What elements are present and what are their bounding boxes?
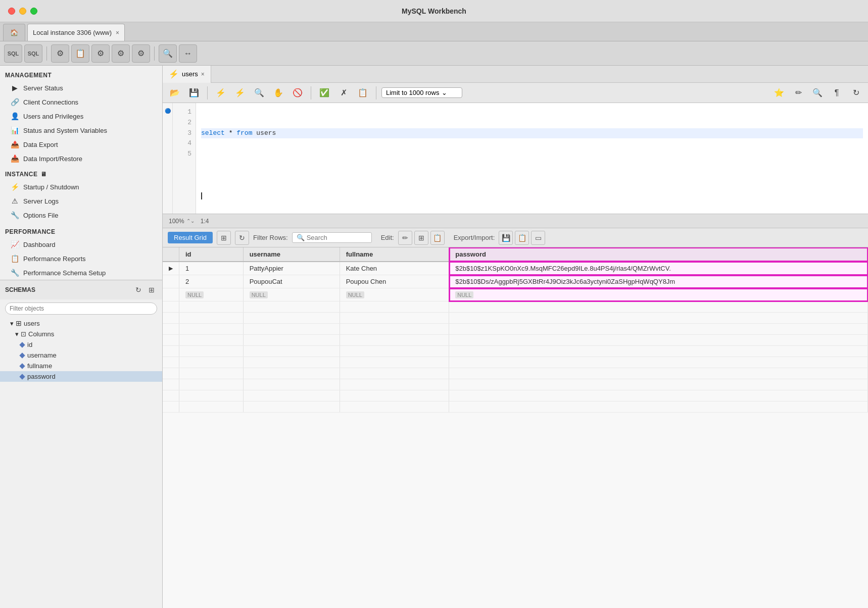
open-script-btn[interactable]: 📂 (167, 85, 183, 101)
cell-id-null[interactable]: NULL (179, 288, 244, 301)
cell-id-2[interactable]: 2 (179, 275, 244, 288)
column-diamond-icon (19, 363, 25, 369)
sidebar-item-users-privileges[interactable]: 👤 Users and Privileges (0, 109, 162, 123)
table-row[interactable]: ▶ 1 PattyAppier Kate Chen $2b$10$z1KSpKO… (163, 262, 868, 275)
sidebar-item-status-vars[interactable]: 📊 Status and System Variables (0, 123, 162, 137)
sidebar-item-server-status[interactable]: ▶ Server Status (0, 81, 162, 95)
col-header-fullname[interactable]: fullname (340, 247, 449, 262)
cell-fullname-2[interactable]: Poupou Chen (340, 275, 449, 288)
export-btn[interactable]: 💾 (499, 231, 513, 245)
cell-password-1[interactable]: $2b$10$z1KSpKO0nXc9.MsqMFC26epd9ILe.8u4P… (449, 262, 868, 275)
cell-username-null[interactable]: NULL (243, 288, 340, 301)
search-input[interactable] (307, 234, 367, 241)
cell-username-2[interactable]: PoupouCat (243, 275, 340, 288)
tree-item-id[interactable]: id (0, 339, 162, 350)
query-tab-users[interactable]: ⚡ users × (163, 66, 211, 83)
rollback-btn[interactable]: ✗ (335, 85, 352, 101)
toolbar-btn-6[interactable]: ⚙ (112, 44, 130, 63)
schemas-expand-btn[interactable]: ⊞ (146, 284, 157, 295)
filter-rows-label: Filter Rows: (253, 234, 288, 241)
tree-item-columns[interactable]: ▾ ⊡ Columns (0, 329, 162, 339)
bookmark-btn[interactable]: ⭐ (771, 85, 787, 101)
col-header-password[interactable]: password (449, 247, 868, 262)
execute-current-btn[interactable]: ⚡ (232, 85, 248, 101)
tree-item-users[interactable]: ▾ ⊞ users (0, 318, 162, 329)
result-grid-button[interactable]: Result Grid (168, 232, 213, 243)
toolbar-btn-search[interactable]: 🔍 (159, 44, 177, 63)
toolbar-sql-new[interactable]: SQL (4, 44, 22, 63)
table-row[interactable]: 2 PoupouCat Poupou Chen $2b$10$Ds/zAggpb… (163, 275, 868, 288)
edit-table-btn[interactable]: ⊞ (414, 231, 428, 245)
table-row[interactable]: NULL NULL NULL NULL (163, 288, 868, 301)
minimize-button[interactable] (19, 8, 26, 15)
column-diamond-icon (19, 374, 25, 379)
grid-view-btn[interactable]: ⊞ (217, 231, 231, 245)
edit-form-btn[interactable]: 📋 (430, 231, 445, 245)
close-button[interactable] (8, 8, 15, 15)
execute-icon: ⚡ (216, 88, 226, 97)
col-header-username[interactable]: username (243, 247, 340, 262)
toolbar-btn-5[interactable]: ⚙ (91, 44, 110, 63)
cancel-btn[interactable]: 🚫 (290, 85, 306, 101)
schemas-refresh-btn[interactable]: ↻ (133, 284, 144, 295)
stop-icon: ✋ (273, 88, 283, 97)
filter-input[interactable] (5, 302, 157, 315)
tree-item-password[interactable]: password (0, 371, 162, 382)
refresh-icon: ↻ (239, 234, 245, 242)
refresh-btn[interactable]: ↻ (848, 85, 864, 101)
toggle-panel-btn[interactable]: ▭ (531, 231, 545, 245)
toolbar-sep-2 (311, 86, 311, 99)
sidebar-item-startup[interactable]: ⚡ Startup / Shutdown (0, 180, 162, 194)
execute-btn[interactable]: ⚡ (213, 85, 229, 101)
col-header-id[interactable]: id (179, 247, 244, 262)
instance-tab[interactable]: Local instance 3306 (www) × (27, 24, 125, 41)
window-controls[interactable] (8, 8, 37, 15)
home-tab[interactable]: 🏠 (3, 24, 25, 41)
null-badge: NULL (346, 291, 364, 298)
sidebar-item-server-logs[interactable]: ⚠ Server Logs (0, 194, 162, 208)
sql-content[interactable]: select * from users (196, 103, 868, 214)
maximize-button[interactable] (30, 8, 37, 15)
cell-username-1[interactable]: PattyAppier (243, 262, 340, 275)
toolbar-sql-open[interactable]: SQL (24, 44, 42, 63)
sidebar-item-perf-reports[interactable]: 📋 Performance Reports (0, 251, 162, 266)
search-btn[interactable]: 🔍 (809, 85, 826, 101)
edit-btn[interactable]: ✏ (790, 85, 806, 101)
sidebar-item-data-import[interactable]: 📥 Data Import/Restore (0, 151, 162, 166)
cell-fullname-1[interactable]: Kate Chen (340, 262, 449, 275)
tab-close-icon[interactable]: × (116, 29, 119, 36)
save-script-btn[interactable]: 💾 (186, 85, 202, 101)
cell-id-1[interactable]: 1 (179, 262, 244, 275)
sidebar-item-data-export[interactable]: 📤 Data Export (0, 137, 162, 151)
cell-fullname-null[interactable]: NULL (340, 288, 449, 301)
filter-search-box[interactable]: 🔍 (292, 232, 372, 243)
sidebar-item-dashboard[interactable]: 📈 Dashboard (0, 237, 162, 251)
search-icon: 🔍 (297, 234, 305, 241)
columns-label: Columns (28, 330, 54, 338)
sidebar-item-perf-schema[interactable]: 🔧 Performance Schema Setup (0, 266, 162, 280)
cursor-position: 1:4 (201, 218, 209, 225)
sidebar-item-options-file[interactable]: 🔧 Options File (0, 208, 162, 222)
sidebar-item-client-connections[interactable]: 🔗 Client Connections (0, 95, 162, 109)
toolbar-btn-arrow[interactable]: ↔ (179, 44, 197, 63)
tree-item-username[interactable]: username (0, 350, 162, 361)
edit-pencil-btn[interactable]: ✏ (398, 231, 412, 245)
toolbar-btn-3[interactable]: ⚙ (51, 44, 69, 63)
refresh-results-btn[interactable]: ↻ (235, 231, 249, 245)
toolbar-btn-4[interactable]: 📋 (71, 44, 89, 63)
cell-password-2[interactable]: $2b$10$Ds/zAggpbRj5GXBtRr4J9Oiz3kJc6a3yc… (449, 275, 868, 288)
query-tab-close-icon[interactable]: × (201, 71, 205, 78)
cell-password-null[interactable]: NULL (449, 288, 868, 301)
import-btn[interactable]: 📋 (515, 231, 529, 245)
query-tab-bar: ⚡ users × (163, 66, 868, 83)
toolbar-btn-7[interactable]: ⚙ (132, 44, 150, 63)
stop-btn[interactable]: ✋ (270, 85, 286, 101)
zoom-arrows[interactable]: ⌃⌄ (186, 218, 195, 224)
limit-select[interactable]: Limit to 1000 rows ⌄ (381, 87, 462, 98)
toggle-btn[interactable]: 📋 (355, 85, 371, 101)
tree-item-fullname[interactable]: fullname (0, 361, 162, 371)
commit-btn[interactable]: ✅ (316, 85, 332, 101)
results-area: Result Grid ⊞ ↻ Filter Rows: 🔍 Edit: ✏ ⊞… (163, 228, 868, 608)
explain-btn[interactable]: 🔍 (251, 85, 267, 101)
format-btn[interactable]: ¶ (829, 85, 845, 101)
